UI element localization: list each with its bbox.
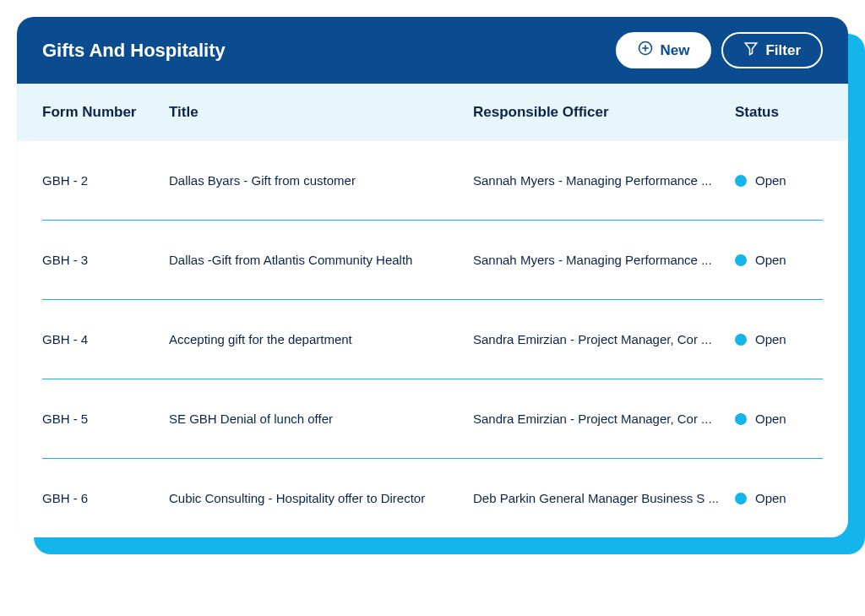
cell-status: Open xyxy=(735,253,819,267)
cell-form-number: GBH - 3 xyxy=(42,253,169,267)
svg-marker-3 xyxy=(746,43,758,55)
cell-status: Open xyxy=(735,491,819,505)
status-dot-icon xyxy=(735,334,747,346)
plus-circle-icon xyxy=(638,41,653,60)
cell-status: Open xyxy=(735,412,819,426)
cell-title: SE GBH Denial of lunch offer xyxy=(169,412,473,426)
new-button-label: New xyxy=(660,42,689,59)
cell-title: Cubic Consulting - Hospitality offer to … xyxy=(169,491,473,505)
status-dot-icon xyxy=(735,254,747,266)
page-title: Gifts And Hospitality xyxy=(42,40,226,62)
cell-title: Dallas -Gift from Atlantis Community Hea… xyxy=(169,253,473,267)
table-header-row: Form Number Title Responsible Officer St… xyxy=(17,84,848,141)
cell-title: Accepting gift for the department xyxy=(169,332,473,346)
cell-status: Open xyxy=(735,173,819,188)
table-row[interactable]: GBH - 5 SE GBH Denial of lunch offer San… xyxy=(42,379,823,459)
status-label: Open xyxy=(755,253,786,267)
column-header-status[interactable]: Status xyxy=(735,104,819,121)
panel-header: Gifts And Hospitality New xyxy=(17,17,848,84)
table-row[interactable]: GBH - 4 Accepting gift for the departmen… xyxy=(42,300,823,379)
cell-form-number: GBH - 2 xyxy=(42,173,169,188)
cell-title: Dallas Byars - Gift from customer xyxy=(169,173,473,188)
column-header-officer[interactable]: Responsible Officer xyxy=(473,104,735,121)
cell-officer: Deb Parkin General Manager Business S ..… xyxy=(473,491,735,505)
filter-icon xyxy=(743,41,759,60)
data-table: Form Number Title Responsible Officer St… xyxy=(17,84,848,537)
status-dot-icon xyxy=(735,493,747,504)
cell-officer: Sandra Emirzian - Project Manager, Cor .… xyxy=(473,332,735,346)
main-panel: Gifts And Hospitality New xyxy=(17,17,848,537)
column-header-form[interactable]: Form Number xyxy=(42,104,169,121)
status-label: Open xyxy=(755,332,786,346)
cell-status: Open xyxy=(735,332,819,346)
cell-officer: Sannah Myers - Managing Performance ... xyxy=(473,173,735,188)
status-label: Open xyxy=(755,173,786,188)
table-row[interactable]: GBH - 2 Dallas Byars - Gift from custome… xyxy=(42,141,823,221)
cell-form-number: GBH - 4 xyxy=(42,332,169,346)
cell-form-number: GBH - 5 xyxy=(42,412,169,426)
cell-officer: Sandra Emirzian - Project Manager, Cor .… xyxy=(473,412,735,426)
header-actions: New Filter xyxy=(616,32,823,68)
status-label: Open xyxy=(755,412,786,426)
table-row[interactable]: GBH - 3 Dallas -Gift from Atlantis Commu… xyxy=(42,221,823,300)
status-dot-icon xyxy=(735,413,747,425)
cell-officer: Sannah Myers - Managing Performance ... xyxy=(473,253,735,267)
filter-button-label: Filter xyxy=(765,42,801,59)
status-dot-icon xyxy=(735,175,747,187)
filter-button[interactable]: Filter xyxy=(721,32,823,68)
column-header-title[interactable]: Title xyxy=(169,104,473,121)
table-row[interactable]: GBH - 6 Cubic Consulting - Hospitality o… xyxy=(42,459,823,537)
table-body: GBH - 2 Dallas Byars - Gift from custome… xyxy=(17,141,848,537)
cell-form-number: GBH - 6 xyxy=(42,491,169,505)
new-button[interactable]: New xyxy=(616,32,711,68)
status-label: Open xyxy=(755,491,786,505)
